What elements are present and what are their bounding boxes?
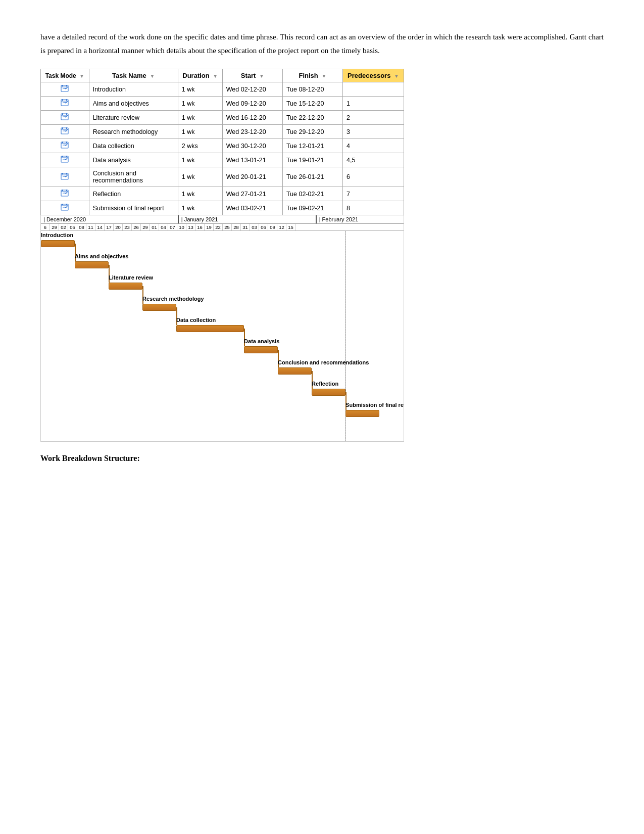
gantt-table: Task Mode ▼ Task Name ▼ Duration ▼ Start… (40, 69, 404, 215)
gantt-bar-label: Data analysis (244, 338, 279, 344)
predecessors-cell: 7 (342, 187, 404, 201)
start-cell: Wed 13-01-21 (222, 153, 282, 167)
day-cell: 11 (86, 224, 95, 230)
task-mode-cell (41, 125, 89, 139)
duration-cell: 1 wk (178, 167, 222, 187)
day-cell: 6 (41, 224, 50, 230)
finish-cell: Tue 02-02-21 (282, 187, 342, 201)
finish-cell: Tue 29-12-20 (282, 125, 342, 139)
finish-cell: Tue 12-01-21 (282, 139, 342, 153)
svg-rect-32 (62, 173, 63, 174)
day-cell: 17 (105, 224, 114, 230)
svg-rect-18 (66, 127, 67, 129)
th-duration: Duration ▼ (178, 69, 222, 82)
th-finish: Finish ▼ (282, 69, 342, 82)
finish-cell: Tue 19-01-21 (282, 153, 342, 167)
day-cell: 04 (159, 224, 168, 230)
start-cell: Wed 27-01-21 (222, 187, 282, 201)
day-cell: 28 (232, 224, 241, 230)
task-name-cell: Aims and objectives (89, 97, 178, 111)
gantt-bar-label: Literature review (109, 274, 153, 281)
svg-rect-8 (66, 99, 67, 101)
day-cell: 19 (205, 224, 214, 230)
predecessors-cell: 4,5 (342, 153, 404, 167)
day-cell: 08 (77, 224, 86, 230)
svg-rect-38 (66, 190, 67, 191)
intro-paragraph: have a detailed record of the work done … (40, 30, 604, 58)
day-cell: 13 (186, 224, 195, 230)
month-header: | February 2021 (317, 215, 404, 223)
finish-cell: Tue 09-02-21 (282, 201, 342, 215)
th-predecessors: Predecessors ▼ (342, 69, 404, 82)
task-mode-icon (61, 113, 69, 122)
day-cell: 31 (241, 224, 250, 230)
task-name-cell: Literature review (89, 111, 178, 125)
predecessors-cell: 6 (342, 167, 404, 187)
gantt-bar (41, 240, 75, 247)
finish-cell: Tue 15-12-20 (282, 97, 342, 111)
gantt-chart: | December 2020| January 2021| February … (40, 215, 404, 442)
day-cell: 25 (223, 224, 232, 230)
predecessors-cell (342, 82, 404, 97)
day-cell: 01 (150, 224, 159, 230)
svg-rect-23 (66, 142, 67, 143)
day-cell: 29 (141, 224, 150, 230)
start-cell: Wed 16-12-20 (222, 111, 282, 125)
day-cell: 26 (132, 224, 141, 230)
gantt-bar (244, 346, 278, 353)
task-mode-cell (41, 82, 89, 97)
day-cell: 14 (95, 224, 105, 230)
duration-cell: 2 wks (178, 139, 222, 153)
duration-cell: 1 wk (178, 97, 222, 111)
day-cell: 03 (250, 224, 259, 230)
th-task-name: Task Name ▼ (89, 69, 178, 82)
task-mode-icon (61, 204, 69, 212)
predecessors-cell: 4 (342, 139, 404, 153)
gantt-bar-label: Conclusion and recommendations (278, 359, 369, 365)
gantt-section: Task Mode ▼ Task Name ▼ Duration ▼ Start… (40, 69, 604, 442)
start-cell: Wed 23-12-20 (222, 125, 282, 139)
month-header: | January 2021 (179, 215, 317, 223)
duration-cell: 1 wk (178, 201, 222, 215)
svg-rect-12 (62, 113, 63, 115)
day-cell: 10 (177, 224, 186, 230)
gantt-bar (278, 367, 312, 375)
svg-rect-13 (66, 113, 67, 115)
svg-rect-3 (66, 85, 67, 86)
task-name-cell: Submission of final report (89, 201, 178, 215)
wbs-heading: Work Breakdown Structure: (40, 454, 604, 463)
finish-cell: Tue 26-01-21 (282, 167, 342, 187)
gantt-months: | December 2020| January 2021| February … (41, 215, 404, 224)
gantt-bar (75, 261, 109, 268)
task-mode-cell (41, 187, 89, 201)
month-header: | December 2020 (41, 215, 179, 223)
gantt-days: 6290205081114172023262901040710131619222… (41, 224, 404, 231)
duration-cell: 1 wk (178, 111, 222, 125)
gantt-bar (109, 283, 142, 290)
task-mode-icon (61, 142, 69, 150)
task-name-cell: Introduction (89, 82, 178, 97)
start-cell: Wed 30-12-20 (222, 139, 282, 153)
task-mode-icon (61, 173, 69, 181)
task-name-cell: Conclusion and recommendations (89, 167, 178, 187)
gantt-bar-label: Research methodology (142, 296, 204, 302)
task-mode-icon (61, 190, 69, 198)
svg-rect-2 (62, 85, 63, 86)
task-name-cell: Data analysis (89, 153, 178, 167)
start-cell: Wed 02-12-20 (222, 82, 282, 97)
task-mode-cell (41, 139, 89, 153)
svg-rect-22 (62, 142, 63, 143)
day-cell: 02 (59, 224, 68, 230)
day-cell: 23 (123, 224, 132, 230)
predecessors-cell: 1 (342, 97, 404, 111)
svg-rect-17 (62, 127, 63, 129)
task-mode-cell (41, 153, 89, 167)
task-mode-icon (61, 85, 69, 94)
day-cell: 12 (277, 224, 286, 230)
finish-cell: Tue 08-12-20 (282, 82, 342, 97)
gantt-bar-label: Submission of final report (345, 402, 404, 408)
gantt-bar-label: Data collection (176, 317, 216, 323)
task-name-cell: Data collection (89, 139, 178, 153)
svg-rect-42 (62, 204, 63, 205)
task-mode-icon (61, 156, 69, 164)
